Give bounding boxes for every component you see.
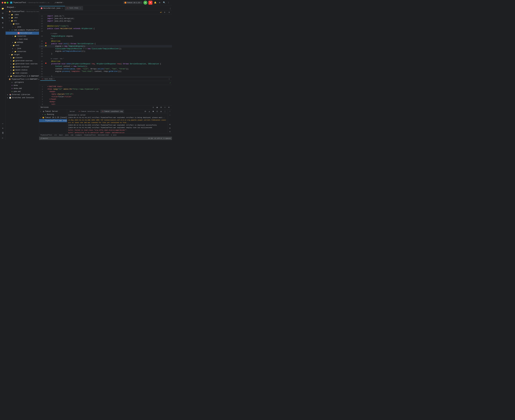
tree-java[interactable]: ▾ ☕ java: [6, 25, 39, 29]
sidebar-icon-folder[interactable]: 📁: [1, 7, 5, 11]
tree-package[interactable]: ▾ ⬡ com.example.thymeleaftest: [6, 29, 39, 32]
tree-test[interactable]: ▾ 📁 test: [6, 44, 39, 47]
sidebar-icon-structure[interactable]: ⊞: [1, 21, 5, 25]
collapse-icon[interactable]: ∨: [167, 11, 171, 14]
tree-main[interactable]: ▾ 📁 main: [6, 22, 39, 25]
view-icon[interactable]: ◉: [156, 106, 159, 109]
tree-root[interactable]: ▾ 📦 ThymeleafTest ~/Desktop/CS/JavaEE/1.…: [6, 10, 39, 13]
minimize-button[interactable]: [4, 2, 6, 3]
scroll-down-icon[interactable]: ↓: [168, 113, 172, 117]
tab-test-html[interactable]: <> test.html ×: [65, 6, 83, 10]
tree-test-classes[interactable]: ▶ 📁 test-classes: [6, 72, 39, 75]
up-icon[interactable]: ∧: [151, 106, 155, 109]
project-tree[interactable]: ▾ 📦 ThymeleafTest ~/Desktop/CS/JavaEE/1.…: [6, 9, 39, 140]
tree-ext-libs[interactable]: ▶ 📚 External Libraries: [6, 93, 39, 96]
run-button[interactable]: ▶: [143, 1, 147, 5]
breadcrumb-src[interactable]: src: [54, 134, 57, 136]
settings-icon[interactable]: ⚙: [158, 1, 161, 4]
html-code-editor[interactable]: 1 <!DOCTYPE html> 2 <html lang="en" xmln…: [39, 85, 172, 105]
tree-src[interactable]: ▾ 📁 src: [6, 19, 39, 22]
sidebar-icon-maven[interactable]: m: [1, 25, 5, 30]
settings-icon[interactable]: ⚙: [168, 127, 172, 130]
service-tomcat-server[interactable]: ▾ 🖥 Tomcat Server: [39, 110, 67, 113]
stop-button[interactable]: ■: [149, 1, 152, 5]
breadcrumb-example[interactable]: example: [75, 134, 82, 136]
tree-gen-sources[interactable]: ▶ 📁 generated-sources: [6, 59, 39, 62]
filter-icon[interactable]: ⊟: [168, 123, 172, 126]
java-code-editor[interactable]: 12 import java.io.*; 13 import java.util…: [39, 14, 172, 77]
tree-mvn[interactable]: ▶ 📁 .mvn: [6, 16, 39, 19]
branch-selector[interactable]: ⎇ master ▾: [54, 2, 64, 4]
breadcrumb-com[interactable]: com: [71, 134, 73, 136]
tree-target[interactable]: ▾ 📁 target: [6, 53, 39, 56]
tree-snapshot-exploded[interactable]: ▶ 📁 ThymeleafTest-1.0-SNAPSHOT: [6, 75, 39, 78]
tab-close-icon[interactable]: ×: [53, 78, 54, 80]
tree-gitignore[interactable]: ▶ ⊙ .gitignore: [6, 81, 39, 84]
breadcrumb-java[interactable]: java: [65, 134, 68, 136]
tree-scratches[interactable]: ▶ 📝 Scratches and Consoles: [6, 96, 39, 99]
log-settings-icon[interactable]: ⚙: [159, 110, 163, 113]
bottom-tab-more-icon[interactable]: ⋮: [167, 77, 171, 81]
tree-gen-test-sources[interactable]: ▶ 📁 generated-test-sources: [6, 62, 39, 65]
search-icon[interactable]: 🔍: [163, 1, 166, 4]
tree-maven-status[interactable]: ▶ 📁 maven-status: [6, 68, 39, 72]
breadcrumb-main[interactable]: main: [59, 134, 63, 136]
filter-icon[interactable]: ⊟: [159, 106, 163, 109]
tree-test-html[interactable]: ▶ <> test.html: [6, 38, 39, 41]
tree-maven-archiver[interactable]: ▶ 📁 maven-archiver: [6, 65, 39, 68]
breadcrumb-thymeleaftest[interactable]: thymeleaftest: [84, 134, 96, 136]
sidebar-icon-find[interactable]: 🔍: [1, 16, 5, 20]
tree-idea[interactable]: ▶ 📁 .idea: [6, 13, 39, 16]
log-reload-icon[interactable]: ⟳: [144, 110, 147, 113]
editor-toolbar-right: ▲3 ∧ ∨: [160, 11, 171, 14]
sidebar-icon-run[interactable]: ▷: [1, 136, 5, 140]
tree-snapshot-war[interactable]: ▶ 📦 ThymeleafTest-1.0-SNAPSHOT.war: [6, 78, 39, 81]
status-vcs[interactable]: ⎇ master: [40, 137, 48, 139]
tree-hello-servlet[interactable]: ▶ C HelloServlet: [6, 32, 39, 35]
expand-icon[interactable]: ∧: [163, 11, 166, 14]
service-war-exploded[interactable]: ▶ ✓ ThymeleafTest:war exploded [Synchron…: [39, 119, 67, 122]
status-indent[interactable]: 4 spaces: [164, 138, 171, 139]
tree-classes[interactable]: ▶ 📁 classes: [6, 56, 39, 59]
sidebar-icon-more[interactable]: ⋯: [1, 121, 5, 126]
log-tab-localhost[interactable]: <> Tomcat Localhost Log: [100, 110, 124, 113]
log-tab-catalina[interactable]: <> Tomcat Catalina Log: [77, 110, 100, 113]
more-icon[interactable]: ⋮: [167, 1, 170, 4]
add-config-icon[interactable]: ⊕: [167, 106, 171, 109]
status-encoding[interactable]: LF UTF-8: [154, 138, 162, 139]
add-service-icon[interactable]: +: [163, 106, 167, 109]
tab-test-html-bottom[interactable]: <> test.html ×: [40, 78, 56, 81]
tab-close-button[interactable]: ×: [79, 7, 81, 9]
clear-icon[interactable]: ⎚: [168, 130, 172, 133]
tab-hello-servlet[interactable]: C HelloServlet.java ×: [39, 6, 65, 10]
log-tab-server[interactable]: Server: [68, 110, 77, 113]
tree-resources[interactable]: ▾ 📁 resources: [6, 35, 39, 38]
log-more-icon[interactable]: ⋮: [163, 110, 167, 113]
sidebar-icon-services[interactable]: ≡: [1, 126, 5, 130]
app-title[interactable]: TT ThymeleafTest ~/Desktop/CS/JavaEE/1.J…: [10, 1, 52, 4]
tab-close-button[interactable]: ×: [61, 7, 63, 9]
tree-mvnw[interactable]: ▶ m mvnw: [6, 84, 39, 87]
tree-test-resources[interactable]: ▶ 📁 resources: [6, 50, 39, 53]
breadcrumb-project[interactable]: ThymeleafTest: [40, 134, 52, 136]
tree-test-java[interactable]: ▶ ☕ java: [6, 47, 39, 50]
maximize-button[interactable]: [7, 2, 8, 3]
tree-pom-xml[interactable]: ▶ m pom.xml: [6, 90, 39, 93]
tree-webapp[interactable]: ▶ 📁 webapp: [6, 41, 39, 44]
notifications-icon[interactable]: 🔔: [154, 1, 157, 4]
log-restart-icon[interactable]: ↺: [148, 110, 151, 113]
service-tomcat-instance[interactable]: ▾ 🐱 Tomcat 10.1.23 [local]: [39, 116, 67, 119]
editor-tabs-more-icon[interactable]: ⋮: [169, 7, 172, 10]
scroll-top-icon[interactable]: ↑: [168, 110, 172, 113]
log-stop-icon[interactable]: ■: [151, 110, 155, 113]
sidebar-icon-vcs[interactable]: ⟳: [1, 11, 5, 15]
sidebar-icon-db[interactable]: 🗄: [1, 131, 5, 135]
close-button[interactable]: [2, 2, 3, 3]
log-clear-icon[interactable]: ⎚: [156, 110, 159, 113]
tomcat-selector[interactable]: 🐱 Tomcat 10.1.23 ▾: [123, 1, 142, 4]
breadcrumb-helloservlet[interactable]: HelloServlet: [98, 134, 109, 136]
service-running[interactable]: ▾ ▶ Running: [39, 113, 67, 116]
breadcrumb-init[interactable]: ⊙ init: [111, 134, 117, 136]
tree-mvnw-cmd[interactable]: ▶ m mvnw.cmd: [6, 87, 39, 90]
log-content[interactable]: Connected to server [2024-05-14 01:41:44…: [67, 113, 168, 133]
